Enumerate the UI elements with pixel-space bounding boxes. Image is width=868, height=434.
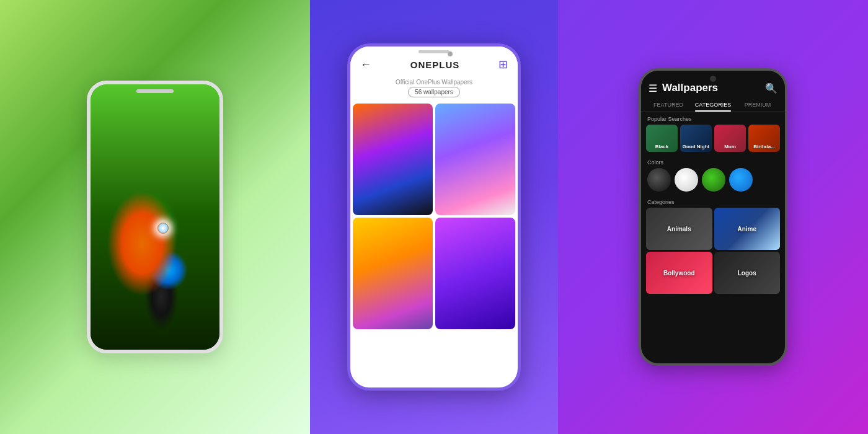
phone-middle-pill [418, 50, 450, 53]
category-logos[interactable]: Logos [714, 252, 781, 294]
wallpaper-cell-4[interactable] [435, 218, 515, 329]
hamburger-icon[interactable]: ☰ [649, 82, 657, 94]
right-panel: ☰ Wallpapers 🔍 FEATURED CATEGORIES PREMI… [558, 0, 868, 434]
phone-left-notch [136, 89, 174, 93]
category-anime[interactable]: Anime [714, 208, 781, 250]
search-icon[interactable]: 🔍 [765, 82, 777, 94]
category-animals[interactable]: Animals [646, 208, 712, 250]
category-bollywood[interactable]: Bollywood [646, 252, 712, 294]
phone-middle-camera [448, 51, 453, 56]
tabs-row: FEATURED CATEGORIES PREMIUM [641, 98, 785, 112]
phone-middle: ← ONEPLUS ⊞ Official OnePlus Wallpapers … [347, 43, 521, 391]
categories-grid: Animals Anime Bollywood Logos [641, 208, 785, 294]
right-title: Wallpapers [662, 82, 765, 94]
left-panel [0, 0, 310, 434]
colors-section-label: Colors [641, 156, 785, 168]
color-white[interactable] [675, 168, 698, 192]
tab-featured[interactable]: FEATURED [646, 98, 691, 112]
categories-section-label: Categories [641, 195, 785, 208]
phone-left [87, 81, 223, 353]
middle-subtitle: Official OnePlus Wallpapers 56 wallpaper… [350, 76, 518, 101]
wallpaper-cell-1[interactable] [353, 104, 433, 215]
wallpaper-grid [350, 101, 518, 332]
back-button[interactable]: ← [360, 58, 371, 71]
right-header: ☰ Wallpapers 🔍 [641, 71, 785, 98]
popular-chip-mom[interactable]: Mom [714, 125, 746, 152]
count-badge: 56 wallpapers [408, 87, 460, 97]
phone-left-screen [91, 84, 219, 350]
sparkle-effect [157, 223, 169, 234]
grid-icon[interactable]: ⊞ [498, 58, 508, 71]
popular-chip-black[interactable]: Black [646, 125, 678, 152]
colors-row [641, 168, 785, 195]
wallpaper-cell-3[interactable] [353, 218, 433, 329]
phone-right: ☰ Wallpapers 🔍 FEATURED CATEGORIES PREMI… [639, 68, 787, 366]
phone-right-camera [710, 76, 716, 82]
color-blue[interactable] [729, 168, 753, 192]
middle-panel: ← ONEPLUS ⊞ Official OnePlus Wallpapers … [310, 0, 558, 434]
tab-premium[interactable]: PREMIUM [735, 98, 780, 112]
popular-chip-goodnight[interactable]: Good Night [680, 125, 712, 152]
popular-row: Black Good Night Mom Birthda... [641, 125, 785, 156]
middle-title: ONEPLUS [371, 60, 498, 70]
color-dark[interactable] [647, 168, 671, 192]
tab-categories[interactable]: CATEGORIES [691, 98, 735, 112]
chameleon-wallpaper [91, 84, 219, 350]
popular-chip-birthday[interactable]: Birthda... [748, 125, 780, 152]
popular-section-label: Popular Searches [641, 112, 785, 125]
color-green[interactable] [702, 168, 725, 192]
wallpaper-cell-2[interactable] [435, 104, 515, 215]
